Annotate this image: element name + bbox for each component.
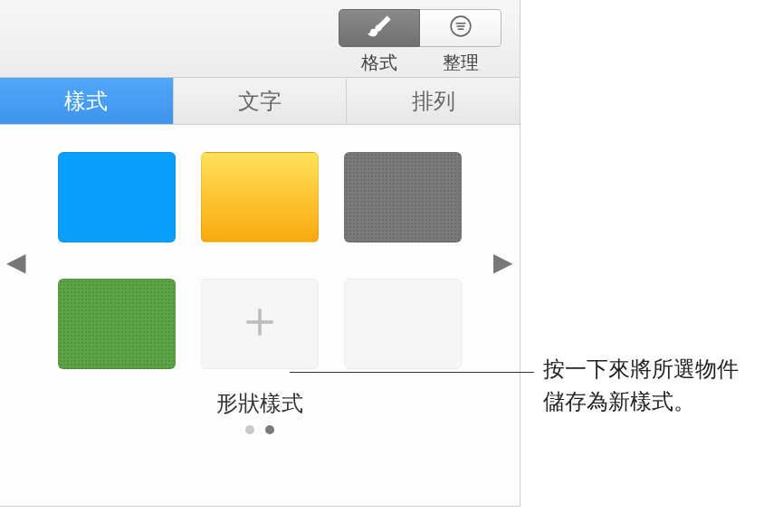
- tab-style-label: 樣式: [64, 87, 108, 116]
- styles-footer: 形狀樣式: [0, 389, 520, 434]
- paintbrush-icon: [368, 14, 391, 42]
- inspector-toolbar: 格式 整理: [0, 0, 520, 78]
- arrange-mode-label: 整理: [443, 51, 479, 75]
- pager-dot-2[interactable]: [265, 425, 274, 434]
- tab-text-label: 文字: [238, 87, 282, 116]
- tab-arrange[interactable]: 排列: [347, 78, 520, 124]
- pager-dot-1[interactable]: [245, 425, 254, 434]
- tab-text[interactable]: 文字: [174, 78, 348, 124]
- tab-style[interactable]: 樣式: [0, 78, 174, 124]
- styles-next-arrow[interactable]: ▶: [492, 247, 514, 277]
- style-swatch-blue[interactable]: [58, 152, 176, 242]
- callout-line1: 按一下來將所選物件: [543, 356, 739, 381]
- inspector-tabs: 樣式 文字 排列: [0, 78, 520, 125]
- arrange-mode-button[interactable]: 整理: [420, 1, 501, 77]
- inspector-panel: 格式 整理 樣式 文字 排列 ◀ ▶: [0, 0, 520, 507]
- tab-arrange-label: 排列: [412, 87, 455, 116]
- style-swatch-empty: [344, 279, 462, 369]
- callout-text: 按一下來將所選物件 儲存為新樣式。: [543, 353, 769, 418]
- style-swatch-yellow[interactable]: [201, 152, 319, 242]
- shape-styles-label: 形狀樣式: [0, 389, 520, 418]
- style-swatch-gray[interactable]: [344, 152, 462, 242]
- format-mode-button[interactable]: 格式: [339, 1, 420, 77]
- plus-icon: [240, 302, 280, 346]
- styles-pager: [0, 425, 520, 434]
- styles-prev-arrow[interactable]: ◀: [5, 247, 27, 277]
- style-swatch-green[interactable]: [58, 279, 176, 369]
- add-style-button[interactable]: [201, 279, 319, 369]
- arrange-icon: [449, 14, 473, 42]
- shape-styles-area: ◀ ▶ 形狀樣式: [0, 125, 520, 443]
- inspector-mode-segmented: 格式 整理: [339, 1, 501, 77]
- style-swatch-grid: [0, 152, 520, 369]
- callout-line2: 儲存為新樣式。: [543, 389, 695, 413]
- callout-leader-line: [290, 372, 534, 373]
- format-mode-label: 格式: [361, 51, 397, 75]
